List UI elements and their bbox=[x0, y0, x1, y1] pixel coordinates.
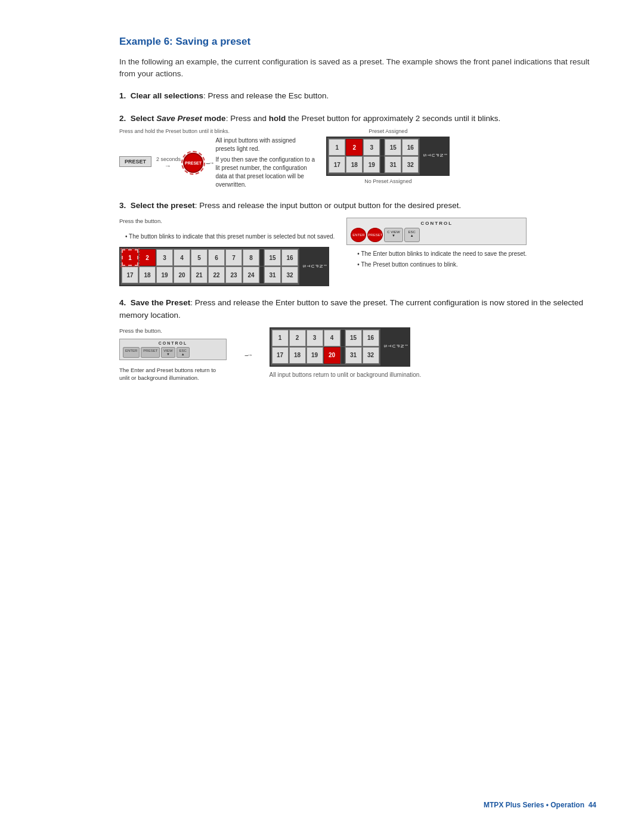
all-buttons-return-caption: All input buttons return to unlit or bac… bbox=[270, 371, 422, 378]
step-4-bold: Save the Preset bbox=[131, 298, 191, 307]
preset-grid-area: Preset Assigned 1 2 3 15 16 17 bbox=[326, 128, 450, 184]
btn-step4-17[interactable]: 17 bbox=[272, 347, 289, 364]
step-1-bold: Clear all selections bbox=[131, 91, 203, 100]
step3-right: CONTROL ENTER PRESET C VIEW▼ ESC▲ The En… bbox=[346, 218, 527, 269]
btn-3[interactable]: 3 bbox=[363, 139, 380, 156]
btn-step4-19[interactable]: 19 bbox=[306, 347, 323, 364]
step3-sep-top bbox=[260, 249, 264, 266]
btn-step4-3[interactable]: 3 bbox=[306, 330, 323, 346]
preset-btn-step4[interactable]: PRESET bbox=[141, 347, 160, 358]
btn-step3-7[interactable]: 7 bbox=[225, 249, 242, 266]
btn-step4-32[interactable]: 32 bbox=[363, 347, 379, 364]
view-btn-step3[interactable]: C VIEW▼ bbox=[384, 228, 402, 242]
btn-step3-31[interactable]: 31 bbox=[264, 267, 281, 283]
btn-step3-32[interactable]: 32 bbox=[281, 267, 298, 283]
btn-1[interactable]: 1 bbox=[329, 139, 345, 156]
step4-diagram: Press the button. CONTROL ENTER PRESET V… bbox=[119, 327, 596, 382]
step4-left: Press the button. CONTROL ENTER PRESET V… bbox=[119, 327, 227, 382]
btn-32[interactable]: 32 bbox=[402, 156, 419, 173]
btn-step3-19[interactable]: 19 bbox=[156, 267, 173, 283]
step-3-bold: Select the preset bbox=[131, 201, 195, 210]
btn-step4-18[interactable]: 18 bbox=[289, 347, 306, 364]
preset-assigned-label: Preset Assigned bbox=[369, 128, 407, 134]
input-grid-step3-inner: 1 2 3 4 5 6 7 8 15 16 17 bbox=[119, 247, 301, 286]
btn-step3-5[interactable]: 5 bbox=[191, 249, 208, 266]
btn-step3-22[interactable]: 22 bbox=[208, 267, 225, 283]
btn-step4-1[interactable]: 1 bbox=[272, 330, 289, 346]
btn-2[interactable]: 2 bbox=[346, 139, 363, 156]
preset-button-box[interactable]: PRESET bbox=[119, 156, 151, 167]
step3-diagram: Press the button. The button blinks to i… bbox=[119, 218, 596, 286]
btn-step3-6[interactable]: 6 bbox=[208, 249, 225, 266]
btn-19[interactable]: 19 bbox=[363, 156, 380, 173]
btn-step3-4[interactable]: 4 bbox=[174, 249, 190, 266]
btn-step3-17[interactable]: 17 bbox=[122, 267, 138, 283]
btn-16[interactable]: 16 bbox=[402, 139, 419, 156]
input-grid-inner: 1 2 3 15 16 17 18 19 31 32 bbox=[326, 137, 421, 176]
grid-separator-top bbox=[380, 139, 384, 156]
preset-continues-note: The Preset button continues to blink. bbox=[357, 261, 527, 269]
btn-step4-16[interactable]: 16 bbox=[363, 330, 379, 346]
btn-step3-21[interactable]: 21 bbox=[191, 267, 208, 283]
grid-separator-bot bbox=[380, 156, 384, 173]
step-2-bold3: hold bbox=[269, 114, 286, 123]
step-3: 3. Select the preset: Press and release … bbox=[119, 200, 596, 286]
step-1-header: 1. Clear all selections: Press and relea… bbox=[119, 90, 596, 102]
page-footer: MTPX Plus Series • Operation 44 bbox=[484, 801, 596, 809]
step-2-rest: : Press and bbox=[226, 114, 269, 123]
step3-right-notes: The Enter button blinks to indicate the … bbox=[351, 250, 527, 269]
step4-row-1: 1 2 3 4 15 16 bbox=[272, 330, 379, 346]
preset-blink-button[interactable]: PRESET bbox=[183, 153, 203, 173]
enter-btn-step4[interactable]: ENTER bbox=[123, 347, 140, 358]
btn-18[interactable]: 18 bbox=[346, 156, 363, 173]
step-2-bold2: mode bbox=[202, 114, 226, 123]
blink-border bbox=[181, 151, 205, 175]
control-label-step4: CONTROL bbox=[123, 341, 223, 345]
no-preset-label: No Preset Assigned bbox=[364, 178, 411, 184]
btn-step4-15[interactable]: 15 bbox=[345, 330, 362, 346]
btn-step3-8[interactable]: 8 bbox=[243, 249, 259, 266]
step3-row-1: 1 2 3 4 5 6 7 8 15 16 bbox=[122, 249, 298, 266]
control-buttons-step3: ENTER PRESET C VIEW▼ ESC▲ bbox=[351, 228, 522, 242]
enter-blinks-note: The Enter button blinks to indicate the … bbox=[357, 250, 527, 258]
step-2-italic: Save Preset bbox=[156, 114, 202, 123]
step-2: 2. Select Save Preset mode: Press and ho… bbox=[119, 113, 596, 189]
control-panel-step4: CONTROL ENTER PRESET VIEW▼ ESC▲ bbox=[119, 339, 227, 360]
arrow-right-icon: → bbox=[165, 162, 170, 169]
esc-btn-step3[interactable]: ESC▲ bbox=[404, 228, 420, 242]
input-grid-step3: 1 2 3 4 5 6 7 8 15 16 17 bbox=[119, 247, 335, 286]
btn-step3-15[interactable]: 15 bbox=[264, 249, 281, 266]
btn-step3-18[interactable]: 18 bbox=[139, 267, 156, 283]
btn-step4-2[interactable]: 2 bbox=[289, 330, 306, 346]
btn-17[interactable]: 17 bbox=[329, 156, 345, 173]
btn-step3-3[interactable]: 3 bbox=[156, 249, 173, 266]
btn-step3-23[interactable]: 23 bbox=[225, 267, 242, 283]
enter-btn-step3[interactable]: ENTER bbox=[351, 228, 366, 242]
control-buttons-step4: ENTER PRESET VIEW▼ ESC▲ bbox=[123, 347, 223, 358]
view-btn-step4[interactable]: VIEW▼ bbox=[161, 347, 175, 358]
preset-button-label: PRESET bbox=[125, 159, 146, 165]
btn-step4-4[interactable]: 4 bbox=[324, 330, 340, 346]
btn-step4-20[interactable]: 20 bbox=[324, 347, 340, 364]
btn-step3-1[interactable]: 1 bbox=[122, 249, 138, 266]
step2-diagram: Press and hold the Preset button until i… bbox=[119, 128, 596, 189]
press-button-text-3: Press the button. bbox=[119, 218, 335, 224]
btn-step3-16[interactable]: 16 bbox=[281, 249, 298, 266]
esc-btn-step4[interactable]: ESC▲ bbox=[177, 347, 190, 358]
btn-31[interactable]: 31 bbox=[385, 156, 401, 173]
footer-page: 44 bbox=[589, 801, 596, 809]
input-row-2: 17 18 19 31 32 bbox=[329, 156, 419, 173]
btn-step3-24[interactable]: 24 bbox=[243, 267, 259, 283]
btn-step3-20[interactable]: 20 bbox=[174, 267, 190, 283]
preset-btn-step3[interactable]: PRESET bbox=[367, 228, 383, 242]
seconds-label: 2 seconds bbox=[156, 156, 181, 162]
step4-arrow: - - - - - → bbox=[244, 351, 252, 358]
step-2-rest2: the Preset button for approximately 2 se… bbox=[286, 114, 500, 123]
input-grid-step2: 1 2 3 15 16 17 18 19 31 32 bbox=[326, 137, 450, 176]
step4-side-label: INPUTS bbox=[382, 327, 410, 367]
step-1: 1. Clear all selections: Press and relea… bbox=[119, 90, 596, 102]
btn-step3-2[interactable]: 2 bbox=[139, 249, 156, 266]
btn-15[interactable]: 15 bbox=[385, 139, 401, 156]
btn-step4-31[interactable]: 31 bbox=[345, 347, 362, 364]
overwrite-text: If you then save the configuration to a … bbox=[215, 156, 317, 189]
